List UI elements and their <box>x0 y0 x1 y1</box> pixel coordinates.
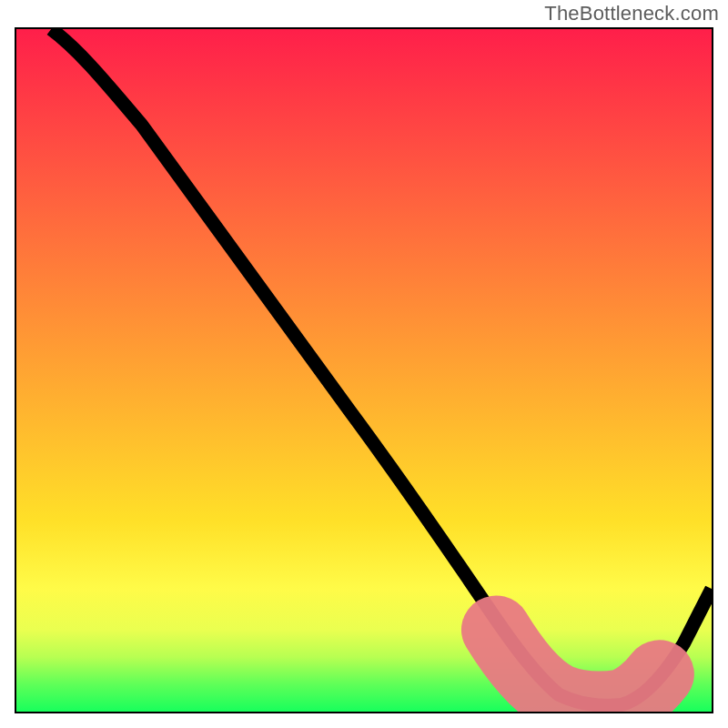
watermark-text: TheBottleneck.com <box>544 2 719 25</box>
plot-area <box>15 27 713 713</box>
chart-frame: TheBottleneck.com <box>0 0 728 728</box>
curve-layer <box>16 29 712 712</box>
bottleneck-curve <box>51 29 712 705</box>
optimal-range-marker <box>496 630 660 705</box>
